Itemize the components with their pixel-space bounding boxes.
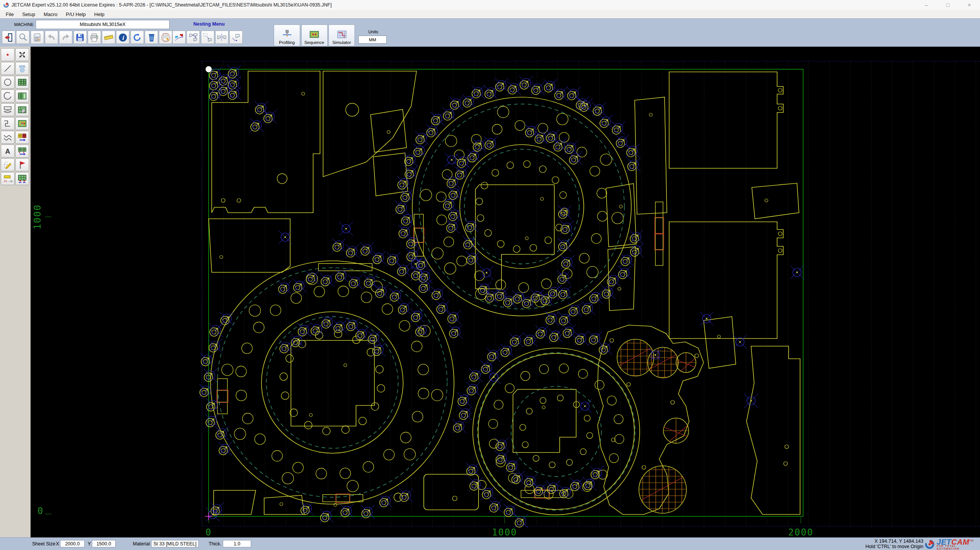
grommet-part[interactable] <box>447 310 461 324</box>
grommet-part[interactable] <box>278 280 291 294</box>
grommet-part[interactable] <box>449 325 462 338</box>
grommet-part[interactable] <box>346 244 359 258</box>
grommet-part[interactable] <box>449 96 463 110</box>
panel-part[interactable] <box>669 222 783 338</box>
cell-strip-part[interactable] <box>323 494 363 503</box>
print-button[interactable] <box>88 31 101 44</box>
grommet-part[interactable] <box>588 331 602 345</box>
grommet-part[interactable] <box>215 426 229 440</box>
undo-button[interactable] <box>45 31 58 44</box>
polyline-tool-button[interactable] <box>1 117 15 130</box>
panel-part[interactable] <box>752 183 799 219</box>
refresh-button[interactable] <box>131 31 144 44</box>
grommet-part[interactable] <box>507 81 521 95</box>
grommet-part[interactable] <box>489 499 503 513</box>
grommet-part[interactable] <box>459 407 472 420</box>
sketch-tool-button[interactable] <box>1 158 15 171</box>
grommet-part[interactable] <box>411 309 425 322</box>
grommet-part[interactable] <box>379 494 393 508</box>
cell-strip-part[interactable] <box>413 214 424 256</box>
pan-tool-button[interactable] <box>15 48 29 61</box>
sheet-y-field[interactable] <box>92 540 116 547</box>
grommet-part[interactable] <box>340 504 354 517</box>
calculator-button[interactable] <box>31 31 44 44</box>
grommet-part[interactable] <box>415 323 429 337</box>
grommet-part[interactable] <box>484 136 498 150</box>
exit-door-button[interactable] <box>2 31 15 44</box>
menu-p-u-help[interactable]: P/U Help <box>62 10 90 18</box>
grommet-part[interactable] <box>567 87 581 101</box>
machine-input[interactable] <box>36 20 170 29</box>
grommet-part[interactable] <box>360 242 374 256</box>
panel-part[interactable] <box>669 72 783 168</box>
grommet-part[interactable] <box>321 315 335 329</box>
grommet-part[interactable] <box>480 361 494 374</box>
grommet-part[interactable] <box>467 149 481 163</box>
origin-marker-dot[interactable] <box>206 66 212 72</box>
grommet-part[interactable] <box>448 208 462 221</box>
grommet-part[interactable] <box>395 200 409 214</box>
part-rotate-button[interactable] <box>229 31 243 44</box>
grommet-part[interactable] <box>546 481 560 495</box>
grommet-part[interactable] <box>487 348 500 362</box>
grommet-part[interactable] <box>549 329 563 342</box>
grommet-part[interactable] <box>209 323 223 337</box>
hatched-circle-part[interactable] <box>663 418 689 443</box>
grommet-part[interactable] <box>452 419 466 433</box>
grommet-part[interactable] <box>416 257 430 270</box>
grommet-part[interactable] <box>561 255 575 269</box>
grommet-part[interactable] <box>559 312 572 326</box>
grommet-part[interactable] <box>250 118 264 132</box>
grommet-part[interactable] <box>457 392 471 406</box>
grommet-part[interactable] <box>387 252 400 266</box>
save-button[interactable] <box>74 31 87 44</box>
grommet-part[interactable] <box>389 288 403 302</box>
grommet-part[interactable] <box>562 325 576 338</box>
thickness-field[interactable] <box>223 540 251 547</box>
grommet-part[interactable] <box>546 129 559 143</box>
grommet-part[interactable] <box>320 273 334 287</box>
scale-tool-button[interactable]: 2x→1x <box>1 172 15 185</box>
grommet-part[interactable] <box>469 477 483 491</box>
grommet-part[interactable] <box>630 243 644 257</box>
grommet-part[interactable] <box>531 81 545 95</box>
line-tool-button[interactable] <box>1 62 15 75</box>
grommet-part[interactable] <box>570 478 584 491</box>
grommet-part[interactable] <box>611 121 625 135</box>
grommet-part[interactable] <box>466 382 480 396</box>
grommet-part[interactable] <box>332 238 346 252</box>
grommet-part[interactable] <box>506 459 519 472</box>
grommet-part[interactable] <box>503 504 517 517</box>
units-field[interactable] <box>358 36 387 44</box>
circle-tool-button[interactable] <box>1 76 15 89</box>
grommet-part[interactable] <box>524 474 537 488</box>
sheet-x-field[interactable] <box>60 540 85 547</box>
grommet-part[interactable] <box>310 322 324 336</box>
grommet-part[interactable] <box>404 153 418 166</box>
grommet-part[interactable] <box>456 155 470 168</box>
flange-part[interactable] <box>211 261 454 504</box>
grommet-part[interactable] <box>446 220 460 233</box>
rounded-panel-part[interactable] <box>424 474 479 510</box>
hatched-circle-part[interactable] <box>639 466 686 513</box>
panel-part[interactable] <box>635 97 667 214</box>
grommet-part[interactable] <box>372 343 385 356</box>
flange-part[interactable] <box>412 97 631 316</box>
grommet-part[interactable] <box>426 124 440 138</box>
grommet-part[interactable] <box>495 438 509 451</box>
profiling-button[interactable]: Profiling <box>274 24 300 46</box>
grommet-part[interactable] <box>372 251 386 265</box>
menu-setup[interactable]: Setup <box>18 10 39 18</box>
grommet-part[interactable] <box>545 311 559 325</box>
sequence-button[interactable]: Sequence <box>301 24 328 46</box>
grommet-part[interactable] <box>397 176 411 190</box>
grommet-part[interactable] <box>333 320 347 334</box>
maximize-button[interactable]: □ <box>937 0 959 10</box>
grommet-part[interactable] <box>560 221 574 234</box>
delete-button[interactable] <box>145 31 158 44</box>
shapes-tool-button[interactable] <box>1 103 15 116</box>
part-move-button[interactable] <box>201 31 214 44</box>
grommet-part[interactable] <box>519 76 533 90</box>
grommet-part[interactable] <box>472 138 486 152</box>
part-array-button[interactable] <box>186 31 200 44</box>
